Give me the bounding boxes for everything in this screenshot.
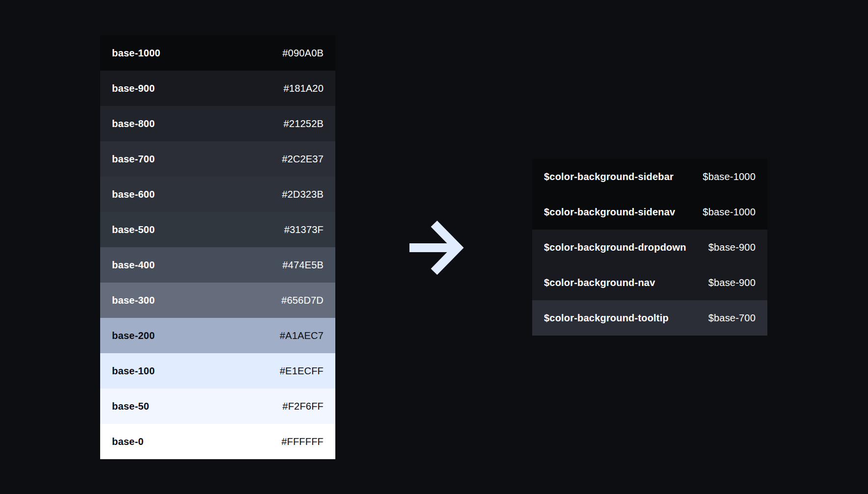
token-row: $color-background-sidebar $base-1000 (532, 159, 767, 194)
palette-row-hex: #2C2E37 (282, 154, 324, 165)
palette-row-hex: #181A20 (284, 83, 324, 94)
palette-row-hex: #31373F (284, 224, 324, 235)
palette-row-hex: #A1AEC7 (280, 330, 324, 341)
palette-row: base-0 #FFFFFF (100, 424, 335, 459)
palette-row-hex: #090A0B (282, 48, 324, 59)
palette-row: base-200 #A1AEC7 (100, 318, 335, 353)
token-row: $color-background-sidenav $base-1000 (532, 194, 767, 230)
palette-row-label: base-200 (112, 330, 155, 341)
palette-row: base-600 #2D323B (100, 177, 335, 212)
palette-row-hex: #F2F6FF (282, 401, 324, 412)
palette-row-label: base-700 (112, 154, 155, 165)
palette-row: base-400 #474E5B (100, 247, 335, 283)
palette-row-label: base-600 (112, 189, 155, 200)
token-name: $color-background-nav (544, 277, 655, 288)
palette-row-label: base-100 (112, 365, 155, 377)
palette-row-label: base-500 (112, 224, 155, 235)
token-name: $color-background-dropdown (544, 242, 686, 253)
token-name: $color-background-sidenav (544, 207, 675, 218)
palette-row: base-50 #F2F6FF (100, 389, 335, 424)
palette-row-hex: #656D7D (281, 295, 324, 306)
palette-row-label: base-400 (112, 260, 155, 271)
token-row: $color-background-nav $base-900 (532, 265, 767, 300)
token-name: $color-background-sidebar (544, 171, 674, 182)
palette-row-hex: #474E5B (282, 260, 324, 271)
palette-row-label: base-300 (112, 295, 155, 306)
token-row: $color-background-dropdown $base-900 (532, 230, 767, 265)
base-color-scale: base-1000 #090A0B base-900 #181A20 base-… (100, 35, 335, 459)
token-row: $color-background-tooltip $base-700 (532, 300, 767, 336)
palette-row-label: base-1000 (112, 48, 161, 59)
palette-row-hex: #2D323B (282, 189, 324, 200)
token-name: $color-background-tooltip (544, 312, 669, 324)
token-value: $base-900 (708, 277, 756, 288)
palette-row: base-500 #31373F (100, 212, 335, 247)
palette-row-hex: #E1ECFF (280, 365, 324, 377)
right-arrow-icon (408, 219, 464, 277)
palette-row: base-900 #181A20 (100, 71, 335, 106)
palette-row-label: base-50 (112, 401, 149, 412)
palette-row-hex: #FFFFFF (281, 436, 324, 447)
palette-row: base-700 #2C2E37 (100, 141, 335, 177)
token-value: $base-900 (708, 242, 756, 253)
palette-row: base-100 #E1ECFF (100, 353, 335, 389)
token-value: $base-1000 (703, 207, 756, 218)
palette-row-label: base-0 (112, 436, 144, 447)
palette-row-label: base-800 (112, 118, 155, 130)
palette-row: base-300 #656D7D (100, 283, 335, 318)
token-mapping-panel: $color-background-sidebar $base-1000 $co… (532, 159, 767, 336)
token-value: $base-700 (708, 312, 756, 324)
palette-row-hex: #21252B (284, 118, 324, 130)
palette-row-label: base-900 (112, 83, 155, 94)
palette-row: base-800 #21252B (100, 106, 335, 141)
token-value: $base-1000 (703, 171, 756, 182)
palette-row: base-1000 #090A0B (100, 35, 335, 71)
